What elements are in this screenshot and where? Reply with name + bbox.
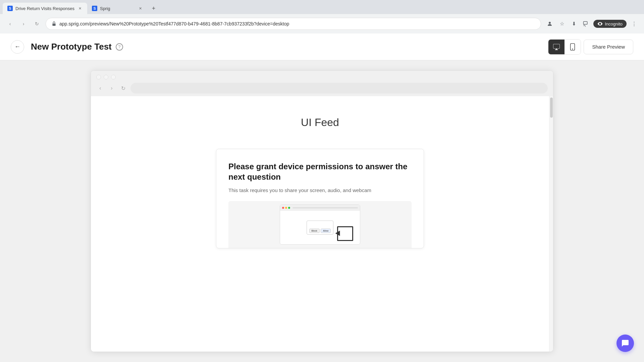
download-icon[interactable]: ⬇ [569, 19, 579, 28]
chat-button[interactable] [616, 335, 634, 352]
page-title-row: New Prototype Test ? [31, 42, 541, 52]
mini-browser-bar [280, 205, 360, 211]
back-button[interactable]: ← [11, 40, 24, 54]
app-header: ← New Prototype Test ? Share Preview [0, 34, 644, 60]
mini-browser-mockup: Block Allow [280, 204, 360, 245]
help-icon[interactable]: ? [116, 43, 123, 51]
preview-ui-feed-title: UI Feed [301, 116, 339, 129]
star-icon[interactable]: ☆ [557, 19, 567, 28]
preview-traffic-lights [96, 75, 548, 79]
device-toggle [548, 39, 581, 55]
header-actions: Share Preview [548, 39, 633, 55]
more-options-icon[interactable]: ⋮ [629, 19, 639, 28]
main-content: ‹ › ↻ UI Feed Please grant device permis… [0, 60, 644, 362]
address-input[interactable]: app.sprig.com/previews/New%20Prototype%2… [46, 18, 541, 30]
lock-icon [51, 21, 57, 26]
incognito-label: Incognito [605, 21, 623, 26]
browser-actions: ☆ ⬇ Incognito ⋮ [545, 19, 639, 28]
new-tab-button[interactable]: + [149, 4, 158, 13]
share-preview-button[interactable]: Share Preview [584, 40, 633, 54]
incognito-badge: Incognito [593, 20, 627, 28]
chat-icon [621, 339, 629, 347]
tab-close-2[interactable]: ✕ [138, 6, 143, 11]
preview-close-light [96, 75, 101, 79]
preview-back-button[interactable]: ‹ [96, 84, 104, 92]
preview-maximize-light [111, 75, 116, 79]
preview-card-subtitle: This task requires you to share your scr… [228, 187, 412, 193]
page-title: New Prototype Test [31, 42, 112, 52]
preview-scrollbar-thumb [550, 98, 553, 118]
address-bar-row: ‹ › ↻ app.sprig.com/previews/New%20Proto… [0, 14, 644, 34]
svg-rect-5 [553, 44, 559, 48]
browser-chrome: S Drive Return Visits Responses ✕ S Spri… [0, 0, 644, 34]
url-text: app.sprig.com/previews/New%20Prototype%2… [59, 21, 289, 26]
preview-address-bar [130, 83, 548, 94]
preview-scrollbar-track[interactable] [549, 96, 553, 352]
mini-minimize-dot [285, 207, 287, 209]
reload-button[interactable]: ↻ [32, 19, 42, 28]
mini-allow-button: Allow [321, 229, 331, 233]
preview-content: UI Feed Please grant device permissions … [91, 96, 549, 352]
preview-browser-chrome: ‹ › ↻ [91, 71, 553, 96]
profile-icon[interactable] [545, 19, 554, 28]
browser-tab-2[interactable]: S Sprig ✕ [87, 3, 148, 14]
tab-favicon-1: S [7, 6, 13, 11]
mini-permission-buttons: Block Allow [309, 229, 331, 233]
preview-forward-button[interactable]: › [108, 84, 116, 92]
preview-card-image: Block Allow [228, 201, 412, 248]
preview-browser: ‹ › ↻ UI Feed Please grant device permis… [91, 70, 553, 352]
mini-browser-content: Block Allow [280, 211, 360, 244]
mobile-icon [570, 43, 576, 51]
tab-bar: S Drive Return Visits Responses ✕ S Spri… [0, 0, 644, 14]
mini-permission-dialog: Block Allow [307, 221, 333, 235]
preview-card: Please grant device permissions to answe… [216, 149, 424, 248]
svg-rect-0 [52, 23, 55, 26]
mini-block-button: Block [309, 229, 320, 233]
preview-content-wrapper: UI Feed Please grant device permissions … [91, 96, 553, 352]
nav-back-button[interactable]: ‹ [5, 19, 15, 28]
mini-close-dot [282, 207, 284, 209]
desktop-icon [553, 43, 560, 51]
nav-forward-button[interactable]: › [19, 19, 28, 28]
desktop-device-button[interactable] [548, 40, 565, 54]
tab-close-1[interactable]: ✕ [77, 6, 83, 11]
preview-minimize-light [104, 75, 108, 79]
device-cast-icon[interactable] [581, 19, 591, 28]
tab-title-2: Sprig [100, 6, 135, 11]
mobile-device-button[interactable] [565, 40, 581, 54]
svg-point-1 [549, 22, 551, 24]
preview-card-title: Please grant device permissions to answe… [228, 161, 412, 182]
tab-title-1: Drive Return Visits Responses [15, 6, 74, 11]
mini-maximize-dot [288, 207, 290, 209]
browser-tab-1[interactable]: S Drive Return Visits Responses ✕ [3, 3, 87, 14]
preview-reload-button[interactable]: ↻ [119, 84, 127, 92]
svg-rect-2 [584, 21, 587, 24]
share-preview-label: Share Preview [592, 44, 625, 50]
tab-favicon-2: S [92, 6, 97, 11]
preview-nav-row: ‹ › ↻ [96, 83, 548, 94]
svg-point-7 [572, 49, 573, 50]
mini-window-outline [337, 226, 353, 241]
